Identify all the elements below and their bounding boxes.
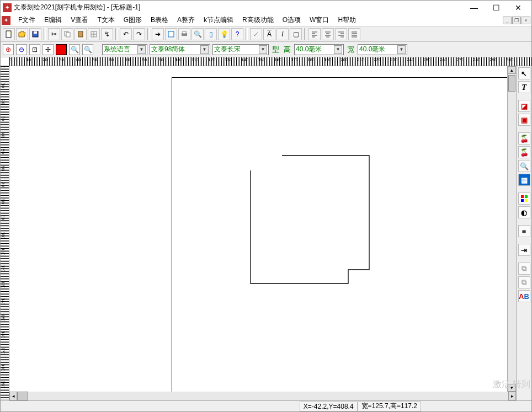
menu-view[interactable]: V查看	[66, 14, 93, 26]
svg-rect-12	[183, 31, 186, 34]
border-button[interactable]: ▢	[290, 28, 302, 40]
maximize-button[interactable]: ☐	[485, 1, 507, 14]
menu-adv[interactable]: R高级功能	[238, 14, 278, 26]
menu-node[interactable]: k节点编辑	[199, 14, 238, 26]
layer-tool-2[interactable]: ⧉	[518, 276, 530, 288]
zoom-in-button[interactable]: ⊕	[3, 44, 14, 55]
dropdown-arrow-icon: ▼	[397, 45, 406, 54]
window-title: 文泰刻绘2021[刻字机专用刻绘] - [无标题-1]	[14, 3, 463, 12]
align-center-button[interactable]	[322, 28, 334, 40]
save-file-button[interactable]	[29, 28, 41, 40]
help-button[interactable]: ?	[231, 28, 243, 40]
menu-help[interactable]: H帮助	[333, 14, 360, 26]
zoom-sel-button[interactable]: 🔍	[82, 44, 93, 55]
search-tool[interactable]: 🔍	[518, 160, 530, 172]
menu-table[interactable]: B表格	[146, 14, 173, 26]
paste-button[interactable]	[75, 28, 87, 40]
horizontal-scrollbar[interactable]: ◂ ▸	[9, 392, 516, 400]
open-file-button[interactable]	[16, 28, 28, 40]
export-button[interactable]: ➔	[152, 28, 164, 40]
scroll-up-button[interactable]: ▴	[508, 66, 516, 74]
scroll-right-button[interactable]: ▸	[508, 392, 516, 400]
font1-combo[interactable]: 文泰98简体▼	[150, 44, 210, 55]
vertical-scrollbar[interactable]: ▴ ▾	[507, 66, 516, 392]
align-left-button[interactable]	[308, 28, 321, 40]
drawn-shape[interactable]	[249, 154, 370, 286]
tool-a-button[interactable]: ⟋	[250, 28, 262, 40]
zoom-page-button[interactable]: 🔍	[69, 44, 80, 55]
grid-button[interactable]	[88, 28, 100, 40]
undo-button[interactable]: ↶	[120, 28, 132, 40]
language-combo-value: 系统语言	[104, 45, 130, 54]
main-toolbar: ✂ ↯ ↶ ↷ ➔ 🔍 ▯ 💡 ? ⟋ A I ▢	[1, 26, 531, 42]
status-bar: X=-42.2,Y=408.4 宽=125.7,高=117.2	[1, 400, 531, 411]
layer-tool-1[interactable]: ⧉	[518, 263, 530, 275]
minimize-button[interactable]: —	[463, 1, 485, 14]
pointer-tool[interactable]: ↖	[518, 67, 530, 79]
color-tool[interactable]	[518, 192, 530, 205]
ruler-button[interactable]: ▯	[205, 28, 217, 40]
dropdown-arrow-icon: ▼	[200, 45, 209, 54]
menu-option[interactable]: O选项	[278, 14, 305, 26]
menu-graphic[interactable]: G图形	[119, 14, 146, 26]
svg-rect-31	[521, 199, 524, 202]
ab-tool[interactable]: AB	[518, 290, 530, 302]
menu-edit[interactable]: E编辑	[40, 14, 66, 26]
horizontal-ruler: 0102030405060708090100110120130140150160…	[1, 57, 531, 66]
zoom-fit-button[interactable]: ⊡	[29, 44, 40, 55]
close-button[interactable]: ✕	[507, 1, 529, 14]
width-value: 40.0毫米	[359, 45, 385, 54]
scroll-down-button[interactable]: ▾	[508, 384, 516, 392]
align-right-button[interactable]	[335, 28, 347, 40]
svg-rect-5	[78, 31, 83, 37]
menu-file[interactable]: F文件	[14, 14, 40, 26]
color-red-button[interactable]	[56, 44, 67, 55]
scroll-left-button[interactable]: ◂	[9, 392, 17, 400]
edit-button[interactable]: ↯	[101, 28, 113, 40]
cherry-tool-1[interactable]: 🍒	[518, 132, 530, 145]
canvas[interactable]	[9, 66, 507, 392]
font2-combo[interactable]: 文泰长宋▼	[212, 44, 269, 55]
print-button[interactable]	[178, 28, 190, 40]
align-justify-button[interactable]	[348, 28, 360, 40]
italic-button[interactable]: I	[276, 28, 289, 40]
height-input[interactable]: 40.0毫米▼	[294, 44, 344, 55]
rect-tool[interactable]: ▣	[518, 114, 530, 126]
cut-button[interactable]: ✂	[48, 28, 60, 40]
svg-rect-32	[525, 199, 528, 202]
pan-button[interactable]: ✢	[42, 44, 54, 55]
mdi-close-button[interactable]: ×	[522, 17, 530, 24]
page-setup-button[interactable]	[165, 28, 177, 40]
zoom-out-button[interactable]: ⊖	[16, 44, 27, 55]
flag-tool[interactable]: ◐	[518, 206, 530, 218]
mdi-restore-button[interactable]: ❐	[512, 17, 521, 24]
cherry-tool-2[interactable]: 🍒	[518, 146, 530, 158]
title-bar: ✦ 文泰刻绘2021[刻字机专用刻绘] - [无标题-1] — ☐ ✕	[1, 1, 531, 14]
scroll-thumb[interactable]	[508, 75, 515, 92]
width-input[interactable]: 40.0毫米▼	[358, 44, 407, 55]
idea-button[interactable]: 💡	[218, 28, 230, 40]
svg-rect-10	[168, 31, 174, 37]
table-tool[interactable]: ▦	[518, 174, 530, 186]
dropdown-arrow-icon: ▼	[334, 45, 342, 54]
status-coords: X=-42.2,Y=408.4	[300, 402, 358, 411]
new-file-button[interactable]	[3, 28, 15, 40]
dropdown-arrow-icon: ▼	[137, 45, 146, 54]
export-tool[interactable]: ⇥	[518, 244, 530, 256]
menu-window[interactable]: W窗口	[305, 14, 333, 26]
copy-button[interactable]	[61, 28, 73, 40]
text-tool[interactable]: T	[518, 81, 530, 93]
text-a-button[interactable]: A	[263, 28, 275, 40]
svg-rect-29	[521, 195, 524, 198]
language-combo[interactable]: 系统语言▼	[102, 44, 147, 55]
menu-text[interactable]: T文本	[93, 14, 119, 26]
preview-button[interactable]: 🔍	[191, 28, 204, 40]
menu-align[interactable]: A整齐	[173, 14, 199, 26]
lines-tool[interactable]: ≡	[518, 225, 530, 237]
shape-tool[interactable]: ◪	[518, 100, 530, 112]
svg-rect-6	[79, 31, 82, 32]
redo-button[interactable]: ↷	[133, 28, 145, 40]
scroll-thumb-h[interactable]	[17, 392, 28, 400]
mdi-minimize-button[interactable]: _	[503, 17, 512, 24]
svg-rect-2	[34, 31, 37, 34]
